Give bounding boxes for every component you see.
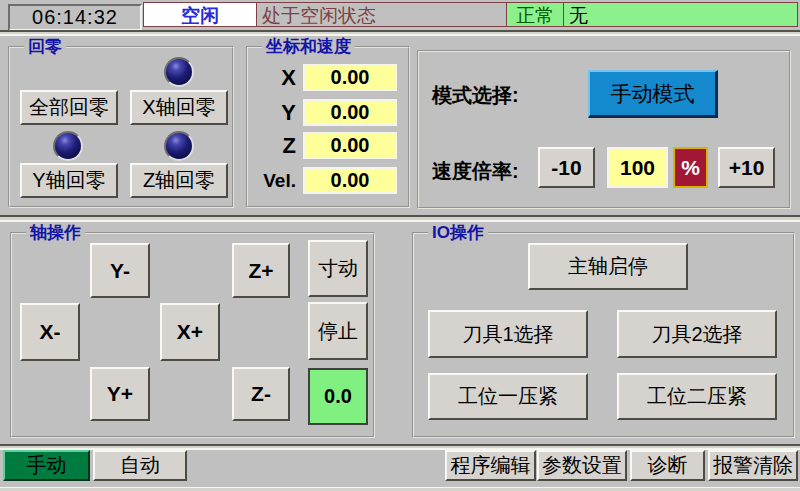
io-panel-title: IO操作: [428, 223, 488, 243]
jog-z-plus-button[interactable]: Z+: [232, 243, 290, 298]
home-z-button[interactable]: Z轴回零: [130, 163, 228, 198]
coord-y-value: 0.00: [303, 99, 397, 126]
tool1-select-button[interactable]: 刀具1选择: [428, 310, 588, 358]
alarm-state-badge: 正常: [506, 2, 564, 27]
axis-panel-title: 轴操作: [26, 223, 85, 243]
param-setting-button[interactable]: 参数设置: [537, 450, 627, 481]
coord-x-value: 0.00: [303, 64, 397, 91]
program-edit-button[interactable]: 程序编辑: [445, 450, 536, 481]
home-x-led: [164, 57, 194, 87]
jog-x-minus-button[interactable]: X-: [20, 303, 80, 361]
coord-z-value: 0.00: [303, 132, 397, 159]
velocity-value: 0.00: [303, 167, 397, 194]
home-y-button[interactable]: Y轴回零: [20, 163, 118, 198]
home-z-led: [164, 131, 194, 161]
top-divider: [0, 30, 800, 36]
mode-select-label: 模式选择:: [432, 82, 519, 109]
alarm-clear-button[interactable]: 报警清除: [708, 450, 798, 481]
machine-state-badge: 空闲: [143, 2, 257, 27]
jog-mode-button[interactable]: 寸动: [308, 240, 368, 297]
station1-clamp-button[interactable]: 工位一压紧: [428, 373, 588, 420]
coord-z-label: Z: [252, 132, 296, 159]
home-all-button[interactable]: 全部回零: [20, 90, 118, 125]
jog-step-value[interactable]: 0.0: [308, 368, 368, 425]
station2-clamp-button[interactable]: 工位二压紧: [617, 373, 777, 420]
override-decrease-button[interactable]: -10: [538, 147, 595, 188]
jog-z-minus-button[interactable]: Z-: [232, 367, 290, 421]
coords-panel-title: 坐标和速度: [262, 37, 355, 57]
coord-x-label: X: [252, 64, 296, 91]
stop-button[interactable]: 停止: [308, 302, 368, 360]
override-increase-button[interactable]: +10: [718, 147, 775, 188]
auto-mode-tab[interactable]: 自动: [93, 450, 187, 481]
home-x-button[interactable]: X轴回零: [130, 90, 228, 125]
velocity-label: Vel.: [246, 167, 296, 194]
jog-y-plus-button[interactable]: Y+: [90, 367, 150, 421]
jog-y-minus-button[interactable]: Y-: [90, 243, 150, 298]
middle-divider: [0, 215, 800, 222]
status-message: 处于空闲状态: [256, 2, 507, 27]
homing-panel-title: 回零: [24, 37, 66, 57]
manual-mode-tab[interactable]: 手动: [3, 450, 90, 481]
spindle-toggle-button[interactable]: 主轴启停: [528, 243, 688, 290]
tool2-select-button[interactable]: 刀具2选择: [617, 310, 777, 358]
coord-y-label: Y: [252, 99, 296, 126]
home-y-led: [53, 131, 83, 161]
mode-button[interactable]: 手动模式: [588, 70, 718, 118]
override-value: 100: [607, 147, 668, 188]
speed-override-label: 速度倍率:: [432, 158, 519, 185]
diagnosis-button[interactable]: 诊断: [630, 450, 705, 481]
jog-x-plus-button[interactable]: X+: [160, 303, 220, 361]
percent-sign: %: [673, 147, 708, 188]
window-bottom-edge: [0, 487, 800, 491]
clock-display: 06:14:32: [8, 4, 142, 31]
alarm-message: 无: [563, 2, 798, 27]
